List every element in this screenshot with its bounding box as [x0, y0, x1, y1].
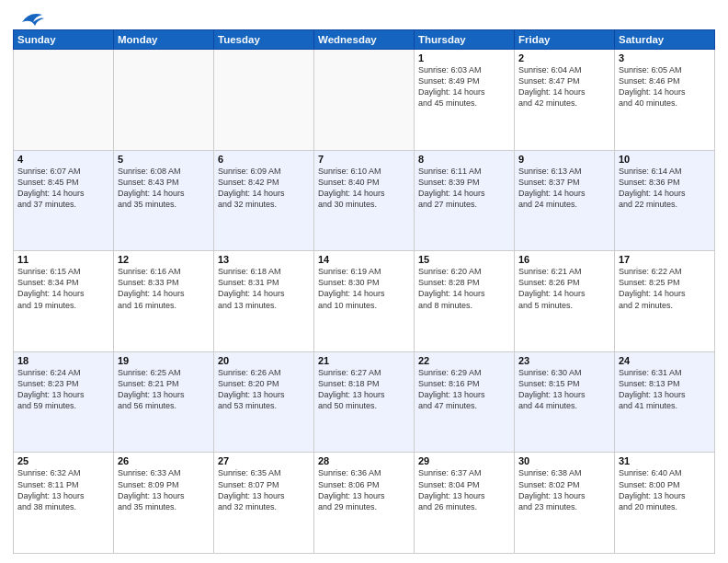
week-row-3: 11Sunrise: 6:15 AM Sunset: 8:34 PM Dayli… — [14, 251, 715, 352]
day-info: Sunrise: 6:05 AM Sunset: 8:46 PM Dayligh… — [619, 64, 711, 109]
weekday-header-tuesday: Tuesday — [214, 30, 314, 50]
weekday-header-wednesday: Wednesday — [314, 30, 415, 50]
day-info: Sunrise: 6:21 AM Sunset: 8:26 PM Dayligh… — [518, 266, 610, 311]
calendar-cell: 5Sunrise: 6:08 AM Sunset: 8:43 PM Daylig… — [114, 150, 214, 251]
calendar-cell — [214, 50, 314, 151]
day-number: 14 — [318, 254, 410, 265]
day-info: Sunrise: 6:04 AM Sunset: 8:47 PM Dayligh… — [518, 64, 610, 109]
day-number: 6 — [218, 154, 310, 165]
day-number: 15 — [418, 254, 510, 265]
day-number: 16 — [518, 254, 610, 265]
day-info: Sunrise: 6:11 AM Sunset: 8:39 PM Dayligh… — [418, 166, 510, 211]
week-row-2: 4Sunrise: 6:07 AM Sunset: 8:45 PM Daylig… — [14, 150, 715, 251]
calendar-cell: 3Sunrise: 6:05 AM Sunset: 8:46 PM Daylig… — [615, 50, 715, 151]
day-info: Sunrise: 6:20 AM Sunset: 8:28 PM Dayligh… — [418, 266, 510, 311]
day-info: Sunrise: 6:10 AM Sunset: 8:40 PM Dayligh… — [318, 166, 410, 211]
week-row-5: 25Sunrise: 6:32 AM Sunset: 8:11 PM Dayli… — [14, 453, 715, 554]
weekday-header-monday: Monday — [114, 30, 214, 50]
day-info: Sunrise: 6:03 AM Sunset: 8:49 PM Dayligh… — [418, 64, 510, 109]
day-number: 30 — [518, 455, 610, 466]
calendar-cell: 26Sunrise: 6:33 AM Sunset: 8:09 PM Dayli… — [114, 453, 214, 554]
day-number: 18 — [17, 355, 109, 366]
calendar-cell: 15Sunrise: 6:20 AM Sunset: 8:28 PM Dayli… — [415, 251, 515, 352]
day-info: Sunrise: 6:13 AM Sunset: 8:37 PM Dayligh… — [518, 166, 610, 211]
calendar-cell: 21Sunrise: 6:27 AM Sunset: 8:18 PM Dayli… — [314, 351, 415, 453]
day-number: 12 — [118, 254, 210, 265]
calendar-cell: 17Sunrise: 6:22 AM Sunset: 8:25 PM Dayli… — [615, 251, 715, 352]
calendar-cell: 28Sunrise: 6:36 AM Sunset: 8:06 PM Dayli… — [314, 453, 415, 554]
calendar-cell — [114, 50, 214, 151]
calendar-cell: 29Sunrise: 6:37 AM Sunset: 8:04 PM Dayli… — [415, 453, 515, 554]
calendar-cell: 24Sunrise: 6:31 AM Sunset: 8:13 PM Dayli… — [615, 351, 715, 453]
day-number: 13 — [218, 254, 310, 265]
logo-bird-icon — [15, 9, 44, 29]
calendar-cell: 8Sunrise: 6:11 AM Sunset: 8:39 PM Daylig… — [415, 150, 515, 251]
day-number: 28 — [318, 455, 410, 466]
day-info: Sunrise: 6:33 AM Sunset: 8:09 PM Dayligh… — [118, 467, 210, 512]
day-info: Sunrise: 6:40 AM Sunset: 8:00 PM Dayligh… — [619, 467, 711, 512]
day-number: 5 — [118, 154, 210, 165]
weekday-header-friday: Friday — [515, 30, 615, 50]
day-number: 22 — [418, 355, 510, 366]
calendar-cell: 13Sunrise: 6:18 AM Sunset: 8:31 PM Dayli… — [214, 251, 314, 352]
calendar-cell: 18Sunrise: 6:24 AM Sunset: 8:23 PM Dayli… — [14, 351, 114, 453]
day-info: Sunrise: 6:26 AM Sunset: 8:20 PM Dayligh… — [218, 367, 310, 412]
calendar-cell — [314, 50, 415, 151]
day-number: 3 — [619, 52, 711, 63]
day-number: 24 — [619, 355, 711, 366]
day-info: Sunrise: 6:07 AM Sunset: 8:45 PM Dayligh… — [17, 166, 109, 211]
day-info: Sunrise: 6:25 AM Sunset: 8:21 PM Dayligh… — [118, 367, 210, 412]
calendar-cell: 7Sunrise: 6:10 AM Sunset: 8:40 PM Daylig… — [314, 150, 415, 251]
day-number: 21 — [318, 355, 410, 366]
day-info: Sunrise: 6:35 AM Sunset: 8:07 PM Dayligh… — [218, 467, 310, 512]
day-info: Sunrise: 6:15 AM Sunset: 8:34 PM Dayligh… — [17, 266, 109, 311]
day-number: 23 — [518, 355, 610, 366]
calendar-cell: 10Sunrise: 6:14 AM Sunset: 8:36 PM Dayli… — [615, 150, 715, 251]
day-number: 26 — [118, 455, 210, 466]
calendar-cell: 16Sunrise: 6:21 AM Sunset: 8:26 PM Dayli… — [515, 251, 615, 352]
calendar-cell: 1Sunrise: 6:03 AM Sunset: 8:49 PM Daylig… — [415, 50, 515, 151]
day-number: 4 — [17, 154, 109, 165]
day-number: 25 — [17, 455, 109, 466]
day-number: 10 — [619, 154, 711, 165]
day-info: Sunrise: 6:14 AM Sunset: 8:36 PM Dayligh… — [619, 166, 711, 211]
day-number: 1 — [418, 52, 510, 63]
day-info: Sunrise: 6:30 AM Sunset: 8:15 PM Dayligh… — [518, 367, 610, 412]
calendar-cell: 30Sunrise: 6:38 AM Sunset: 8:02 PM Dayli… — [515, 453, 615, 554]
day-number: 7 — [318, 154, 410, 165]
day-info: Sunrise: 6:18 AM Sunset: 8:31 PM Dayligh… — [218, 266, 310, 311]
day-number: 9 — [518, 154, 610, 165]
day-info: Sunrise: 6:09 AM Sunset: 8:42 PM Dayligh… — [218, 166, 310, 211]
weekday-header-row: SundayMondayTuesdayWednesdayThursdayFrid… — [14, 30, 715, 50]
calendar-cell: 9Sunrise: 6:13 AM Sunset: 8:37 PM Daylig… — [515, 150, 615, 251]
week-row-4: 18Sunrise: 6:24 AM Sunset: 8:23 PM Dayli… — [14, 351, 715, 453]
day-number: 11 — [17, 254, 109, 265]
day-info: Sunrise: 6:38 AM Sunset: 8:02 PM Dayligh… — [518, 467, 610, 512]
day-number: 31 — [619, 455, 711, 466]
logo — [13, 9, 44, 24]
calendar-table: SundayMondayTuesdayWednesdayThursdayFrid… — [13, 29, 715, 554]
day-number: 20 — [218, 355, 310, 366]
day-number: 8 — [418, 154, 510, 165]
calendar-cell: 11Sunrise: 6:15 AM Sunset: 8:34 PM Dayli… — [14, 251, 114, 352]
day-number: 17 — [619, 254, 711, 265]
calendar-cell: 2Sunrise: 6:04 AM Sunset: 8:47 PM Daylig… — [515, 50, 615, 151]
day-number: 29 — [418, 455, 510, 466]
day-number: 19 — [118, 355, 210, 366]
calendar-cell: 6Sunrise: 6:09 AM Sunset: 8:42 PM Daylig… — [214, 150, 314, 251]
day-info: Sunrise: 6:37 AM Sunset: 8:04 PM Dayligh… — [418, 467, 510, 512]
calendar-cell: 23Sunrise: 6:30 AM Sunset: 8:15 PM Dayli… — [515, 351, 615, 453]
calendar-cell: 19Sunrise: 6:25 AM Sunset: 8:21 PM Dayli… — [114, 351, 214, 453]
calendar-cell: 25Sunrise: 6:32 AM Sunset: 8:11 PM Dayli… — [14, 453, 114, 554]
day-info: Sunrise: 6:16 AM Sunset: 8:33 PM Dayligh… — [118, 266, 210, 311]
weekday-header-thursday: Thursday — [415, 30, 515, 50]
day-info: Sunrise: 6:36 AM Sunset: 8:06 PM Dayligh… — [318, 467, 410, 512]
calendar-cell: 14Sunrise: 6:19 AM Sunset: 8:30 PM Dayli… — [314, 251, 415, 352]
day-info: Sunrise: 6:24 AM Sunset: 8:23 PM Dayligh… — [17, 367, 109, 412]
calendar-cell: 22Sunrise: 6:29 AM Sunset: 8:16 PM Dayli… — [415, 351, 515, 453]
day-info: Sunrise: 6:32 AM Sunset: 8:11 PM Dayligh… — [17, 467, 109, 512]
day-info: Sunrise: 6:22 AM Sunset: 8:25 PM Dayligh… — [619, 266, 711, 311]
calendar-cell: 12Sunrise: 6:16 AM Sunset: 8:33 PM Dayli… — [114, 251, 214, 352]
day-info: Sunrise: 6:27 AM Sunset: 8:18 PM Dayligh… — [318, 367, 410, 412]
weekday-header-sunday: Sunday — [14, 30, 114, 50]
